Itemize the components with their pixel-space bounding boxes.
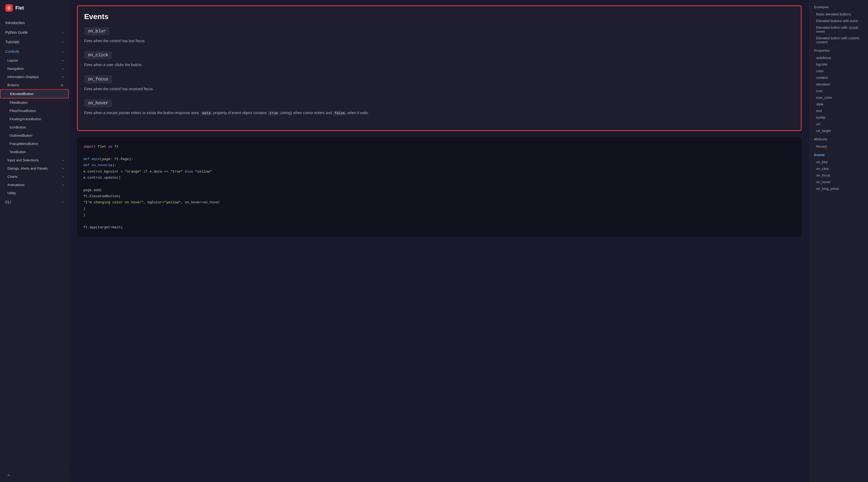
chevron-icon: › [62,166,63,170]
event-entry-on_hover: on_hoverFires when a mouse pointer enter… [84,99,795,116]
event-name-on_focus: on_focus [84,75,112,83]
sidebar-label-controls: Controls [5,50,19,54]
chevron-icon: › [62,183,63,187]
event-desc-on_blur: Fires when the control has lost focus. [84,38,795,44]
right-link-url_target[interactable]: url_target [814,128,864,134]
right-link-focus()[interactable]: focus() [814,143,864,150]
app-logo[interactable]: 🎯 Flet [0,0,69,16]
event-desc-on_focus: Fires when the control has received focu… [84,86,795,92]
right-link-autofocus[interactable]: autofocus [814,55,864,61]
sidebar-item-elevated-button[interactable]: ElevatedButton [0,89,69,98]
sidebar-label-popup-menu-button: PopupMenuButton [9,142,38,146]
right-link-elevated-button-with-custom-content[interactable]: Elevated button with custom content [814,35,864,45]
right-link-tooltip[interactable]: tooltip [814,115,864,121]
sidebar-item-charts[interactable]: Charts› [0,172,69,181]
sidebar-label-python-guide: Python Guide [5,30,28,34]
code-line: def on_hover(e): [83,162,795,168]
sidebar-bottom: « [0,468,69,482]
event-name-on_hover: on_hover [84,99,112,107]
right-section-title-methods: Methods [814,137,864,141]
code-line: def main(page: ft.Page): [83,156,795,162]
sidebar-item-outlined-button[interactable]: OutlinedButton [0,131,69,139]
sidebar-item-introduction[interactable]: Introduction [0,18,69,28]
sidebar-label-filled-tonal-button: FilledTonalButton [9,109,36,113]
right-section-title-examples: Examples [814,5,864,9]
code-line: ) [83,212,795,218]
right-link-content[interactable]: content [814,74,864,81]
sidebar-nav: IntroductionPython Guide›Tutorials›Contr… [0,16,69,468]
sidebar-item-filled-button[interactable]: FilledButton [0,98,69,107]
sidebar-item-controls[interactable]: Controls› [0,47,69,56]
right-link-elevation[interactable]: elevation [814,81,864,87]
chevron-icon: › [62,58,63,62]
right-link-elevated-buttons-with-icons[interactable]: Elevated buttons with icons [814,18,864,24]
right-link-icon_color[interactable]: icon_color [814,95,864,101]
code-line: ft.app(target=main) [83,224,795,230]
sidebar-label-introduction: Introduction [5,21,25,25]
sidebar-item-information-displays[interactable]: Information Displays› [0,73,69,81]
code-line: page.add( [83,187,795,193]
sidebar-item-dialogs-alerts[interactable]: Dialogs, Alerts and Panels› [0,164,69,172]
sidebar-item-cli[interactable]: CLI› [0,197,69,207]
right-section-title-events: Events [814,153,864,157]
sidebar-item-icon-button[interactable]: IconButton [0,123,69,131]
sidebar-label-text-button: TextButton [9,150,26,154]
right-link-elevated-button-with-[interactable]: Elevated button with click event [814,24,864,34]
sidebar-item-tutorials[interactable]: Tutorials› [0,37,69,47]
sidebar-item-popup-menu-button[interactable]: PopupMenuButton [0,139,69,148]
right-link-bgcolor[interactable]: bgcolor [814,61,864,67]
sidebar-label-filled-button: FilledButton [9,101,28,104]
sidebar-label-charts: Charts [7,175,18,179]
code-line: ) [83,206,795,212]
right-link-basic-elevated-buttons[interactable]: Basic elevated buttons [814,11,864,17]
chevron-icon: › [62,175,63,179]
sidebar-label-cli: CLI [5,200,11,204]
event-name-on_click: on_click [84,51,112,59]
event-entry-on_click: on_clickFires when a user clicks the but… [84,51,795,68]
inline-code: false [333,111,346,116]
sidebar-item-buttons[interactable]: Buttons∨ [0,81,69,89]
code-line: import flet as ft [83,143,795,150]
sidebar-item-animations[interactable]: Animations› [0,181,69,189]
sidebar-item-navigation[interactable]: Navigation› [0,64,69,73]
right-link-icon[interactable]: icon [814,88,864,94]
sidebar-item-python-guide[interactable]: Python Guide› [0,28,69,37]
sidebar-label-buttons: Buttons [7,83,19,87]
sidebar-item-floating-action-button[interactable]: FloatingActionButton [0,115,69,123]
sidebar-item-utility[interactable]: Utility [0,189,69,197]
right-link-on_hover[interactable]: on_hover [814,179,864,185]
sidebar-label-input-selections: Input and Selections [7,158,39,162]
right-link-on_focus[interactable]: on_focus [814,172,864,179]
right-link-on_click[interactable]: on_click [814,166,864,172]
chevron-icon: › [62,200,63,204]
app-title: Flet [16,5,24,11]
chevron-icon: › [62,31,63,34]
right-link-color[interactable]: color [814,68,864,74]
sidebar-item-layout[interactable]: Layout› [0,56,69,64]
chevron-icon: › [62,75,63,79]
right-link-text[interactable]: text [814,108,864,114]
collapse-button[interactable]: « [5,471,12,479]
sidebar-item-input-selections[interactable]: Input and Selections› [0,156,69,164]
event-desc-on_click: Fires when a user clicks the button. [84,62,795,68]
code-line: e.control.update() [83,175,795,181]
chevron-icon: › [62,67,63,71]
right-link-on_blur[interactable]: on_blur [814,159,864,165]
event-entry-on_blur: on_blurFires when the control has lost f… [84,27,795,44]
sidebar-label-utility: Utility [7,191,16,195]
sidebar-label-floating-action-button: FloatingActionButton [9,117,41,121]
sidebar-item-filled-tonal-button[interactable]: FilledTonalButton [0,107,69,115]
right-link-url[interactable]: url [814,121,864,127]
sidebar-label-tutorials: Tutorials [5,40,20,44]
event-desc-on_hover: Fires when a mouse pointer enters or exi… [84,110,795,116]
logo-icon: 🎯 [5,4,13,12]
right-link-style[interactable]: style [814,101,864,107]
right-link-on_long_press[interactable]: on_long_press [814,186,864,192]
code-line: ft.ElevatedButton( [83,193,795,199]
chevron-icon: › [62,40,63,44]
code-line [83,181,795,187]
sidebar-label-animations: Animations [7,183,24,187]
code-line [83,218,795,224]
event-entry-on_focus: on_focusFires when the control has recei… [84,75,795,92]
sidebar-item-text-button[interactable]: TextButton [0,148,69,156]
